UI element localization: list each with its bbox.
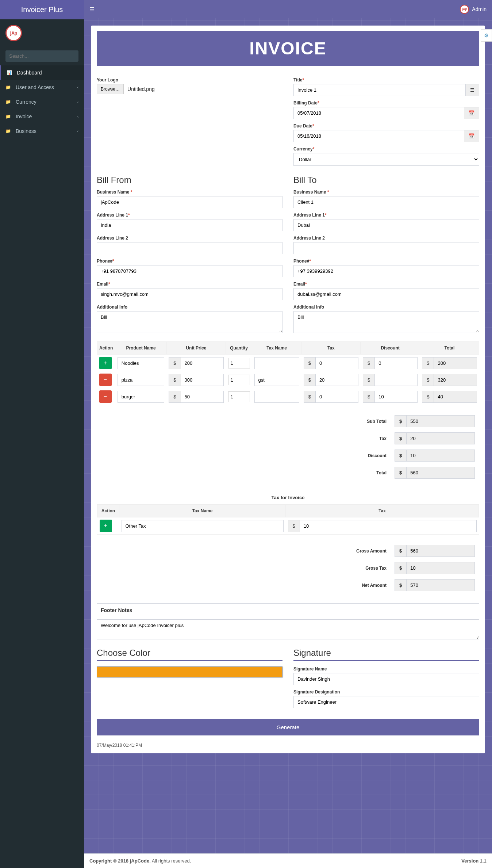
to-addr1-input[interactable] xyxy=(293,219,479,231)
currency-label: Currency* xyxy=(293,146,479,152)
from-email-input[interactable] xyxy=(97,288,282,300)
tax-name-input[interactable] xyxy=(122,520,284,532)
quantity-input[interactable] xyxy=(228,391,250,402)
signature-name-label: Signature Name xyxy=(293,666,479,672)
menu-icon[interactable]: ☰ xyxy=(466,84,479,96)
sidebar-avatar: jAp xyxy=(0,19,84,47)
product-name-input[interactable] xyxy=(118,357,164,369)
items-header: Discount xyxy=(361,342,420,355)
sidebar: Invoicer Plus jAp 🔍 📊Dashboard📁User and … xyxy=(0,0,84,868)
from-info-textarea[interactable]: Bill xyxy=(97,311,282,333)
quantity-input[interactable] xyxy=(228,375,250,385)
generate-button[interactable]: Generate xyxy=(97,719,479,735)
tax-input[interactable] xyxy=(315,391,358,403)
tax-amount-input[interactable] xyxy=(300,520,477,532)
menu-toggle-icon[interactable]: ☰ xyxy=(89,6,95,13)
topbar: ☰ jAp Admin xyxy=(84,0,492,18)
signature-desig-input[interactable] xyxy=(293,696,479,708)
tax-name-input[interactable] xyxy=(254,391,299,403)
to-addr2-input[interactable] xyxy=(293,242,479,254)
tax-input[interactable] xyxy=(315,374,358,386)
to-email-input[interactable] xyxy=(293,288,479,300)
from-business-input[interactable] xyxy=(97,196,282,208)
settings-tab[interactable]: ⚙ xyxy=(481,29,492,42)
from-addr1-label: Address Line 1* xyxy=(97,213,282,218)
currency-symbol: $ xyxy=(363,391,374,403)
tax-section-header: Tax for Invoice xyxy=(97,491,479,504)
discount-input[interactable] xyxy=(374,374,418,386)
remove-row-button[interactable]: − xyxy=(99,390,112,403)
net-amount-label: Net Amount xyxy=(353,577,390,593)
title-input[interactable] xyxy=(293,84,466,96)
tax-name-input[interactable] xyxy=(254,357,299,369)
unit-price-input[interactable] xyxy=(181,374,224,386)
search-button[interactable]: 🔍 xyxy=(74,50,78,62)
tax-name-input[interactable] xyxy=(254,374,299,386)
folder-icon: 📊 xyxy=(7,70,14,75)
unit-price-input[interactable] xyxy=(181,357,224,369)
add-tax-button[interactable]: + xyxy=(100,520,112,532)
folder-icon: 📁 xyxy=(5,114,13,119)
gross-amount-label: Gross Amount xyxy=(353,543,390,559)
search-input[interactable] xyxy=(5,50,74,62)
bill-to-heading: Bill To xyxy=(293,175,479,185)
total-value xyxy=(406,467,475,479)
items-header: Action xyxy=(97,342,115,355)
user-menu[interactable]: jAp Admin xyxy=(460,5,487,14)
tax-input[interactable] xyxy=(315,357,358,369)
sidebar-item-label: Invoice xyxy=(16,114,32,119)
footer-notes-textarea[interactable]: Welcome for use jApCode Invoicer plus xyxy=(97,619,479,639)
to-info-textarea[interactable]: Bill xyxy=(293,311,479,333)
sidebar-item-business[interactable]: 📁Business‹ xyxy=(0,124,84,138)
currency-symbol: $ xyxy=(395,545,406,557)
to-email-label: Email* xyxy=(293,282,479,287)
product-name-input[interactable] xyxy=(118,374,164,386)
billing-date-input[interactable] xyxy=(293,107,464,119)
discount-input[interactable] xyxy=(374,391,418,403)
folder-icon: 📁 xyxy=(5,129,13,134)
discount-input[interactable] xyxy=(374,357,418,369)
folder-icon: 📁 xyxy=(5,99,13,104)
currency-symbol: $ xyxy=(304,374,315,386)
calendar-icon[interactable]: 📅 xyxy=(464,107,479,119)
sidebar-item-label: Currency xyxy=(16,99,36,105)
unit-price-input[interactable] xyxy=(181,391,224,403)
items-header: Tax Name xyxy=(252,342,301,355)
folder-icon: 📁 xyxy=(5,85,13,90)
due-date-input[interactable] xyxy=(293,130,464,142)
from-phone-input[interactable] xyxy=(97,265,282,277)
tax-label: Tax xyxy=(363,430,390,447)
logo-label: Your Logo xyxy=(97,77,282,83)
choose-color-heading: Choose Color xyxy=(97,648,282,661)
app-logo[interactable]: Invoicer Plus xyxy=(0,0,84,19)
to-business-input[interactable] xyxy=(293,196,479,208)
color-picker[interactable] xyxy=(97,666,282,677)
from-phone-label: Phone#* xyxy=(97,259,282,264)
sidebar-item-invoice[interactable]: 📁Invoice‹ xyxy=(0,109,84,124)
currency-symbol: $ xyxy=(395,467,406,479)
from-addr1-input[interactable] xyxy=(97,219,282,231)
page-footer: Copyright © 2018 jApCode. All rights res… xyxy=(84,853,492,868)
sidebar-item-dashboard[interactable]: 📊Dashboard xyxy=(0,65,84,80)
sidebar-item-currency[interactable]: 📁Currency‹ xyxy=(0,95,84,109)
to-phone-label: Phone#* xyxy=(293,259,479,264)
footer-notes-label: Footer Notes xyxy=(97,603,479,617)
calendar-icon[interactable]: 📅 xyxy=(464,130,479,142)
from-addr2-input[interactable] xyxy=(97,242,282,254)
sidebar-item-label: User and Access xyxy=(16,84,54,90)
currency-symbol: $ xyxy=(363,374,374,386)
sidebar-item-user-and-access[interactable]: 📁User and Access‹ xyxy=(0,80,84,95)
billing-date-label: Billing Date* xyxy=(293,100,479,106)
remove-row-button[interactable]: − xyxy=(99,374,112,386)
subtotal-label: Sub Total xyxy=(363,413,390,429)
chevron-left-icon: ‹ xyxy=(77,129,78,133)
product-name-input[interactable] xyxy=(118,391,164,403)
browse-button[interactable]: Browse… xyxy=(97,84,124,94)
add-row-button[interactable]: + xyxy=(99,357,112,369)
net-amount-value xyxy=(406,579,475,591)
signature-name-input[interactable] xyxy=(293,673,479,685)
currency-select[interactable]: Dollar xyxy=(293,153,479,166)
to-phone-input[interactable] xyxy=(293,265,479,277)
currency-symbol: $ xyxy=(395,432,406,444)
quantity-input[interactable] xyxy=(228,358,250,368)
